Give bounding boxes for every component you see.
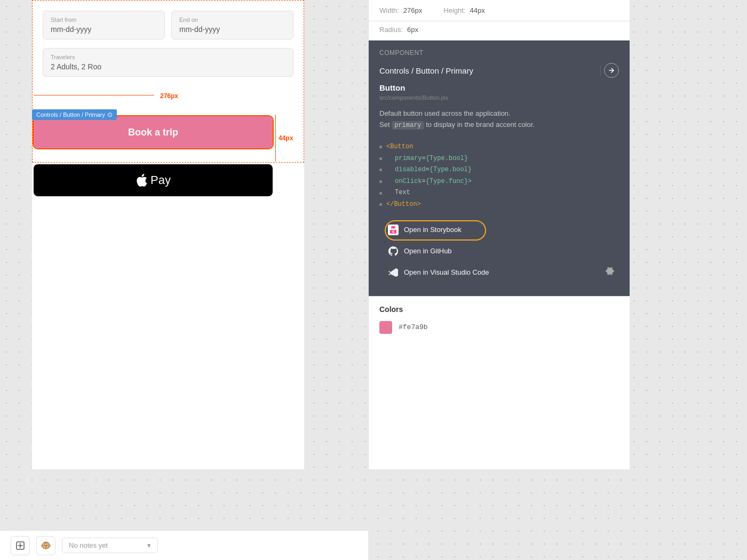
vscode-label: Open in Visual Studio Code (404, 268, 489, 276)
component-name-heading: Button (379, 83, 619, 92)
component-description: Default button used across the applicati… (379, 108, 619, 131)
storybook-label: Open in Storybook (404, 226, 462, 234)
travelers-field[interactable]: Travelers 2 Adults, 2 Roo (43, 48, 293, 77)
open-vscode-button[interactable]: Open in Visual Studio Code (379, 262, 601, 283)
bottom-toolbar: 🐵 No notes yet ▾ (0, 530, 368, 560)
right-panel: Width: 276px Height: 44px Radius: 6px Co… (368, 0, 630, 469)
svg-marker-3 (388, 268, 398, 277)
apple-icon (136, 173, 147, 187)
notes-placeholder-text: No notes yet (69, 541, 108, 549)
open-storybook-button[interactable]: S Open in Storybook (379, 219, 619, 241)
dropdown-arrow-icon: ▾ (147, 541, 151, 549)
code-bullet-4 (379, 180, 382, 183)
end-label: End on (179, 17, 285, 23)
apple-pay-label: Pay (150, 173, 171, 187)
desc-part2: Set (379, 121, 392, 129)
settings-button[interactable] (601, 262, 619, 282)
travelers-label: Travelers (51, 54, 285, 60)
end-value: mm-dd-yyyy (179, 25, 285, 34)
code-block: <Button primary={Type.bool} disabled={Ty… (379, 139, 619, 219)
color-swatch-pink (379, 321, 392, 334)
code-bullet-3 (379, 169, 382, 171)
code-line-3: disabled={Type.bool} (379, 164, 619, 176)
code-line-1: <Button (379, 141, 619, 153)
color-hex-value: #fe7a9b (399, 323, 428, 331)
emoji-button[interactable]: 🐵 (36, 536, 55, 555)
action-buttons: S Open in Storybook Open in GitHub (379, 219, 619, 287)
component-label-icon: ⊙ (107, 111, 113, 118)
add-note-button[interactable] (11, 536, 30, 555)
height-measurement: Height: 44px (443, 6, 484, 14)
colors-section: Colors #fe7a9b (369, 296, 630, 342)
monkey-emoji: 🐵 (41, 540, 51, 550)
apple-pay-text: Pay (136, 173, 171, 187)
code-bullet-1 (379, 146, 382, 148)
code-line-5: Text (379, 187, 619, 199)
file-path-text: src/components/Button.jsx (379, 94, 619, 101)
component-name-row: Controls / Button / Primary (379, 63, 619, 78)
color-row-1: #fe7a9b (379, 321, 619, 334)
component-selector-label[interactable]: Controls / Button / Primary ⊙ (32, 109, 117, 120)
code-line-6: </Button> (379, 199, 619, 211)
radius-label: Radius: (379, 26, 403, 34)
radius-row: Radius: 6px (369, 21, 630, 41)
form-area: Start from mm-dd-yyyy End on mm-dd-yyyy … (43, 11, 293, 85)
book-btn-text: Book a trip (128, 127, 178, 138)
colors-title: Colors (379, 305, 619, 314)
vscode-row: Open in Visual Studio Code (379, 262, 619, 283)
measurement-header: Width: 276px Height: 44px (369, 0, 630, 21)
code-line-4: onClick={Type.func}> (379, 176, 619, 188)
book-trip-button[interactable]: Book a trip (34, 116, 273, 148)
code-bullet-6 (379, 203, 382, 206)
height-label: Height: (443, 6, 465, 14)
width-value: 276px (403, 6, 422, 14)
github-svg (388, 246, 399, 257)
measure-v-line (275, 115, 276, 162)
apple-pay-button[interactable]: Pay (34, 164, 273, 196)
start-date-field[interactable]: Start from mm-dd-yyyy (43, 11, 165, 39)
radius-value: 6px (407, 26, 418, 34)
desc-part1: Default button used across the applicati… (379, 109, 511, 117)
storybook-icon: S (388, 225, 399, 235)
end-date-field[interactable]: End on mm-dd-yyyy (171, 11, 293, 39)
code-bullet-2 (379, 157, 382, 160)
component-path-text: Controls / Button / Primary (379, 66, 473, 75)
height-value: 44px (470, 6, 484, 14)
github-label: Open in GitHub (404, 247, 452, 255)
measure-h-line (34, 95, 154, 95)
code-line-2: primary={Type.bool} (379, 153, 619, 165)
start-label: Start from (51, 17, 157, 23)
desc-code: primary (392, 121, 424, 130)
desc-part3: to display in the brand accent color. (424, 121, 535, 129)
component-detail: Button src/components/Button.jsx Default… (379, 83, 619, 131)
height-indicator-label: 44px (279, 134, 293, 142)
github-icon (388, 246, 399, 257)
component-section: Component Controls / Button / Primary Bu… (369, 41, 630, 296)
width-indicator-label: 276px (160, 92, 178, 100)
design-panel: Start from mm-dd-yyyy End on mm-dd-yyyy … (32, 0, 304, 469)
start-value: mm-dd-yyyy (51, 25, 157, 34)
arrow-right-icon (608, 67, 615, 74)
vscode-icon (388, 267, 399, 278)
open-github-button[interactable]: Open in GitHub (379, 241, 619, 262)
component-section-title: Component (379, 49, 619, 57)
svg-text:S: S (392, 230, 395, 234)
settings-icon (605, 267, 615, 276)
storybook-btn-wrapper: S Open in Storybook (379, 219, 619, 241)
width-measurement: Width: 276px (379, 6, 422, 14)
component-label-text: Controls / Button / Primary (36, 111, 105, 118)
travelers-value: 2 Adults, 2 Roo (51, 62, 285, 71)
width-label: Width: (379, 6, 399, 14)
vscode-svg (388, 267, 399, 278)
date-row: Start from mm-dd-yyyy End on mm-dd-yyyy (43, 11, 293, 39)
code-bullet-5 (379, 192, 382, 195)
add-note-icon (15, 541, 25, 550)
storybook-svg: S (388, 225, 399, 235)
component-navigate-button[interactable] (604, 63, 619, 78)
notes-dropdown[interactable]: No notes yet ▾ (62, 538, 158, 553)
